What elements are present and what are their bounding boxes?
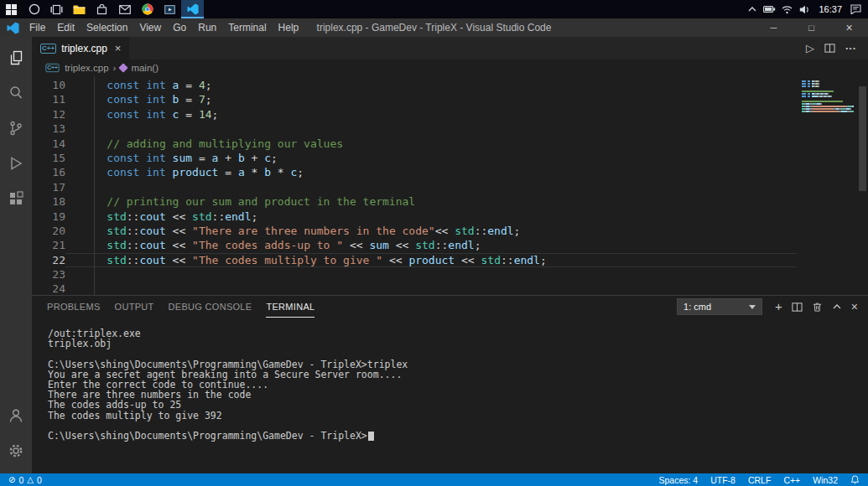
chrome-icon[interactable] bbox=[136, 0, 159, 18]
settings-gear-icon[interactable] bbox=[0, 433, 32, 468]
line-number[interactable]: 13 bbox=[32, 122, 65, 136]
code-line-16[interactable]: 16 const int product = a * b * c; bbox=[32, 165, 797, 179]
windows-taskbar: 16:37 bbox=[0, 0, 868, 18]
source-control-icon[interactable] bbox=[0, 111, 32, 146]
menu-help[interactable]: Help bbox=[273, 18, 305, 37]
scrollbar-thumb[interactable] bbox=[859, 86, 866, 191]
code-line-21[interactable]: 21 std::cout << "The codes adds-up to " … bbox=[32, 238, 797, 252]
terminal-output[interactable]: /out:triplex.exetriplex.objC:\Users\shin… bbox=[32, 318, 868, 473]
breadcrumb-file[interactable]: triplex.cpp bbox=[65, 63, 108, 73]
hidden-icons-chevron-icon[interactable] bbox=[743, 0, 761, 18]
line-number[interactable]: 21 bbox=[32, 238, 65, 252]
code-line-24[interactable]: 24 bbox=[32, 282, 797, 295]
status-eol[interactable]: CRLF bbox=[748, 475, 771, 485]
breadcrumb-symbol[interactable]: main() bbox=[131, 63, 159, 73]
notifications-icon[interactable] bbox=[847, 0, 865, 18]
volume-icon[interactable] bbox=[796, 0, 813, 18]
run-file-icon[interactable]: ▷ bbox=[806, 42, 814, 54]
kill-terminal-icon[interactable] bbox=[812, 302, 823, 313]
status-platform[interactable]: Win32 bbox=[813, 475, 838, 485]
menu-view[interactable]: View bbox=[133, 18, 167, 37]
line-number[interactable]: 15 bbox=[32, 151, 65, 165]
code-line-14[interactable]: 14 // adding and multiplying our values bbox=[32, 137, 797, 151]
line-number[interactable]: 12 bbox=[32, 107, 65, 122]
problems-status[interactable]: ⊘ 0 △ 0 bbox=[8, 475, 42, 485]
code-line-15[interactable]: 15 const int sum = a + b + c; bbox=[32, 151, 797, 165]
file-explorer-icon[interactable] bbox=[68, 0, 91, 18]
line-number[interactable]: 17 bbox=[32, 180, 65, 194]
close-button[interactable]: × bbox=[830, 18, 868, 37]
code-line-23[interactable]: 23 bbox=[32, 267, 797, 282]
menu-terminal[interactable]: Terminal bbox=[222, 18, 272, 37]
line-number[interactable]: 11 bbox=[32, 92, 65, 106]
explorer-icon[interactable] bbox=[0, 40, 32, 75]
code-line-19[interactable]: 19 std::cout << std::endl; bbox=[32, 209, 797, 224]
line-number[interactable]: 19 bbox=[32, 209, 65, 224]
line-number[interactable]: 22 bbox=[32, 253, 65, 267]
cortana-icon[interactable] bbox=[23, 0, 45, 18]
editor-scrollbar[interactable] bbox=[857, 76, 868, 295]
media-app-icon[interactable] bbox=[159, 0, 181, 18]
code-line-13[interactable]: 13 bbox=[32, 122, 797, 136]
minimap[interactable] bbox=[797, 76, 857, 295]
activity-bar bbox=[0, 37, 32, 473]
line-number[interactable]: 16 bbox=[32, 165, 65, 179]
warnings-count: 0 bbox=[37, 475, 42, 485]
panel-tab-debug-console[interactable]: DEBUG CONSOLE bbox=[169, 296, 252, 318]
taskbar-clock[interactable]: 16:37 bbox=[813, 4, 847, 14]
maximize-panel-icon[interactable] bbox=[832, 302, 842, 312]
mail-icon[interactable] bbox=[113, 0, 136, 18]
code-line-11[interactable]: 11 const int b = 7; bbox=[32, 92, 797, 106]
code-line-17[interactable]: 17 bbox=[32, 180, 797, 194]
vscode-taskbar-icon[interactable] bbox=[181, 0, 204, 18]
new-terminal-icon[interactable]: + bbox=[775, 301, 782, 313]
code-text: // adding and multiplying our values bbox=[65, 137, 343, 151]
tab-triplex-cpp[interactable]: C++ triplex.cpp × bbox=[32, 37, 129, 59]
run-debug-icon[interactable] bbox=[0, 146, 32, 181]
line-number[interactable]: 24 bbox=[32, 282, 65, 295]
menu-go[interactable]: Go bbox=[167, 18, 192, 37]
titlebar: FileEditSelectionViewGoRunTerminalHelp t… bbox=[0, 18, 868, 37]
extensions-icon[interactable] bbox=[0, 181, 32, 216]
line-number[interactable]: 23 bbox=[32, 267, 65, 282]
panel-tab-problems[interactable]: PROBLEMS bbox=[47, 296, 101, 318]
maximize-button[interactable]: □ bbox=[793, 18, 830, 37]
panel-controls: 1: cmd + × bbox=[677, 298, 858, 315]
more-actions-icon[interactable]: ··· bbox=[845, 42, 856, 54]
code-line-18[interactable]: 18 // printing our sum and product in th… bbox=[32, 194, 797, 209]
minimize-button[interactable]: ─ bbox=[755, 18, 793, 37]
battery-icon[interactable] bbox=[761, 0, 778, 18]
network-icon[interactable] bbox=[778, 0, 796, 18]
menu-edit[interactable]: Edit bbox=[51, 18, 81, 37]
tab-close-icon[interactable]: × bbox=[115, 42, 122, 54]
code-area[interactable]: 10 const int a = 4;11 const int b = 7;12… bbox=[32, 76, 797, 295]
menu-selection[interactable]: Selection bbox=[81, 18, 133, 37]
code-line-20[interactable]: 20 std::cout << "There are three numbers… bbox=[32, 224, 797, 238]
terminal-shell-select[interactable]: 1: cmd bbox=[677, 298, 762, 315]
terminal-line: C:\Users\shing\Documents\Programming\Gam… bbox=[48, 359, 868, 370]
panel-tab-terminal[interactable]: TERMINAL bbox=[266, 296, 314, 318]
line-number[interactable]: 10 bbox=[32, 78, 65, 92]
status-encoding[interactable]: UTF-8 bbox=[710, 475, 735, 485]
terminal-line bbox=[48, 349, 868, 359]
notifications-bell-icon[interactable] bbox=[850, 475, 860, 484]
close-panel-icon[interactable]: × bbox=[851, 301, 858, 313]
status-indentation[interactable]: Spaces: 4 bbox=[659, 475, 699, 485]
account-icon[interactable] bbox=[0, 398, 32, 433]
start-icon[interactable] bbox=[0, 0, 23, 18]
store-icon[interactable] bbox=[91, 0, 113, 18]
panel-tab-output[interactable]: OUTPUT bbox=[115, 296, 154, 318]
search-icon[interactable] bbox=[0, 75, 32, 111]
menu-file[interactable]: File bbox=[23, 18, 51, 37]
menu-run[interactable]: Run bbox=[192, 18, 222, 37]
line-number[interactable]: 20 bbox=[32, 224, 65, 238]
code-line-12[interactable]: 12 const int c = 14; bbox=[32, 107, 797, 122]
task-view-icon[interactable] bbox=[45, 0, 68, 18]
status-language-mode[interactable]: C++ bbox=[783, 475, 800, 485]
line-number[interactable]: 18 bbox=[32, 194, 65, 209]
split-terminal-icon[interactable] bbox=[792, 302, 803, 313]
split-editor-icon[interactable] bbox=[824, 43, 835, 54]
code-line-22[interactable]: 22 std::cout << "The codes multiply to g… bbox=[32, 253, 797, 267]
code-line-10[interactable]: 10 const int a = 4; bbox=[32, 78, 797, 92]
line-number[interactable]: 14 bbox=[32, 137, 65, 151]
